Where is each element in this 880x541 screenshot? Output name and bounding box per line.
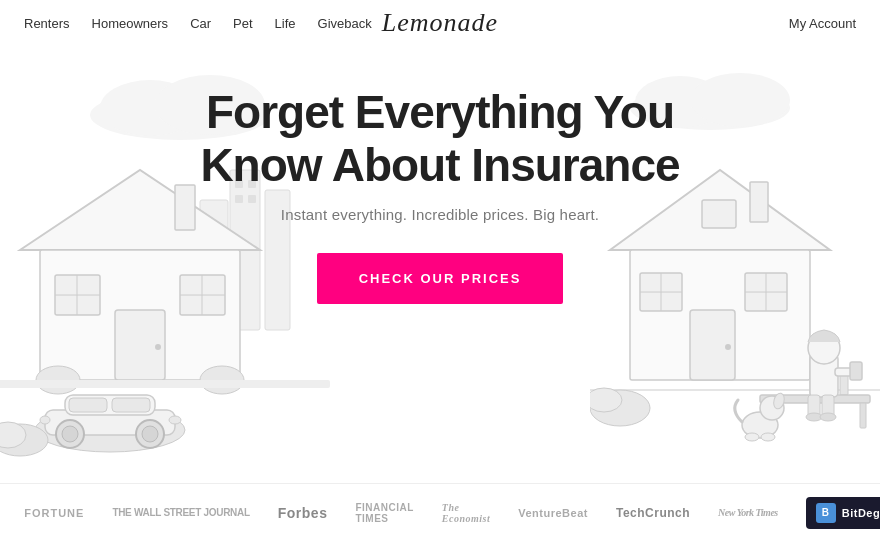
nav-pet[interactable]: Pet <box>233 16 253 31</box>
svg-rect-54 <box>835 368 855 376</box>
nav-links: Renters Homeowners Car Pet Life Giveback <box>24 16 372 31</box>
svg-point-29 <box>142 426 158 442</box>
svg-point-27 <box>62 426 78 442</box>
svg-point-33 <box>0 422 26 448</box>
nav-car[interactable]: Car <box>190 16 211 31</box>
my-account-link[interactable]: My Account <box>789 16 856 31</box>
nav-account: My Account <box>789 14 856 32</box>
svg-rect-23 <box>65 395 155 415</box>
svg-point-60 <box>742 412 778 438</box>
svg-rect-52 <box>810 355 838 397</box>
svg-rect-49 <box>760 395 870 403</box>
nav-homeowners[interactable]: Homeowners <box>92 16 169 31</box>
press-venturebeat: VentureBeat <box>518 507 588 519</box>
svg-point-64 <box>761 433 775 441</box>
svg-point-32 <box>0 424 48 456</box>
hero-heading: Forget Everything You Know About Insuran… <box>0 86 880 192</box>
svg-point-30 <box>169 416 181 424</box>
svg-rect-36 <box>690 310 735 380</box>
svg-point-26 <box>56 420 84 448</box>
press-bar: Inc. FORTUNE THE WALL STREET JOURNAL For… <box>0 483 880 541</box>
svg-point-31 <box>40 416 50 424</box>
svg-point-18 <box>36 366 80 394</box>
nav-life[interactable]: Life <box>275 16 296 31</box>
svg-point-63 <box>745 433 759 441</box>
svg-point-10 <box>155 344 161 350</box>
press-forbes: Forbes <box>278 505 328 521</box>
svg-rect-22 <box>45 410 175 435</box>
svg-point-62 <box>772 392 786 410</box>
svg-rect-24 <box>69 398 107 412</box>
press-ft: FINANCIALTIMES <box>355 502 413 524</box>
svg-rect-55 <box>850 362 862 380</box>
press-fortune: FORTUNE <box>24 507 84 519</box>
bitdegree-label: BitDegree <box>842 507 880 519</box>
svg-rect-47 <box>810 370 818 395</box>
svg-rect-9 <box>115 310 165 380</box>
svg-point-37 <box>725 344 731 350</box>
svg-rect-25 <box>112 398 150 412</box>
nav-renters[interactable]: Renters <box>24 16 70 31</box>
bitdegree-icon: B <box>816 503 836 523</box>
svg-point-19 <box>200 366 244 394</box>
svg-point-65 <box>590 390 650 426</box>
svg-rect-50 <box>765 403 771 428</box>
svg-point-58 <box>806 413 822 421</box>
hero-subheading: Instant everything. Incredible prices. B… <box>0 206 880 223</box>
hero-section: Forget Everything You Know About Insuran… <box>0 46 880 304</box>
press-techcrunch: TechCrunch <box>616 506 690 520</box>
svg-point-59 <box>820 413 836 421</box>
svg-point-53 <box>808 332 840 364</box>
svg-rect-51 <box>860 403 866 428</box>
svg-rect-57 <box>822 395 834 417</box>
hero-heading-line2: Know About Insurance <box>200 139 679 191</box>
press-nyt: New York Times <box>718 507 778 518</box>
svg-point-28 <box>136 420 164 448</box>
svg-point-66 <box>590 388 622 412</box>
brand-logo[interactable]: Lemonade <box>382 8 498 38</box>
svg-rect-20 <box>0 380 330 388</box>
cta-button[interactable]: CHECK OUR PRICES <box>317 253 564 304</box>
hero-heading-line1: Forget Everything You <box>206 86 674 138</box>
press-wsj: THE WALL STREET JOURNAL <box>112 507 249 518</box>
svg-rect-48 <box>840 370 848 395</box>
svg-point-61 <box>760 396 784 420</box>
svg-point-21 <box>35 408 185 452</box>
svg-rect-56 <box>808 395 820 417</box>
nav-giveback[interactable]: Giveback <box>318 16 372 31</box>
press-economist: TheEconomist <box>442 502 490 524</box>
navbar: Renters Homeowners Car Pet Life Giveback… <box>0 0 880 46</box>
bitdegree-badge: B BitDegree <box>806 497 880 529</box>
